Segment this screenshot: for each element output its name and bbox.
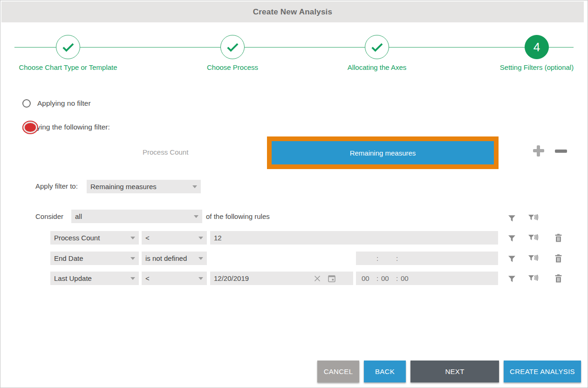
check-icon [224, 38, 241, 56]
filter-icon [508, 234, 516, 242]
close-icon [314, 275, 321, 282]
rule-match-value: all [75, 212, 82, 220]
time-separator: : [374, 254, 381, 262]
rule-3-operator-select[interactable]: < [142, 272, 207, 285]
consider-label: Consider [35, 212, 63, 220]
rule-2-operator-select[interactable]: is not defined [142, 252, 207, 265]
apply-all-filters-button[interactable] [508, 214, 516, 222]
step-3-label: Allocating the Axes [302, 63, 451, 71]
radio-no-filter-label: Applying no filter [37, 99, 91, 108]
create-analysis-dialog: Create New Analysis 4 Choose Chart Type … [0, 0, 588, 388]
apply-filter-to-label: Apply filter to: [35, 182, 78, 190]
radio-unselected-icon[interactable] [22, 99, 31, 108]
filter-clear-icon [528, 254, 539, 263]
radio-selected-icon[interactable] [22, 121, 38, 134]
step-2-label: Choose Process [158, 63, 307, 71]
dialog-titlebar: Create New Analysis [1, 1, 584, 22]
chevron-down-icon [130, 257, 135, 260]
filter-icon [508, 214, 516, 222]
step-1-indicator [56, 35, 80, 59]
rule-2-field-value: End Date [54, 254, 83, 262]
step-1-label: Choose Chart Type or Template [0, 63, 143, 71]
rule-2-delete-button[interactable] [554, 254, 562, 263]
filter-clear-icon [528, 274, 539, 283]
rule-2-operator-value: is not defined [145, 254, 187, 262]
trash-icon [554, 233, 562, 242]
time-separator: : [374, 274, 381, 282]
check-icon [59, 38, 77, 56]
rule-3-clear-filter-button[interactable] [528, 274, 539, 283]
chevron-down-icon [130, 237, 135, 239]
filter-clear-icon [528, 233, 539, 243]
back-button[interactable]: BACK [364, 361, 406, 382]
rule-3-field-value: Last Update [54, 274, 92, 282]
filter-icon [508, 275, 516, 283]
time-hours: 00 [362, 274, 374, 282]
rule-1-apply-filter-button[interactable] [508, 234, 516, 242]
apply-filter-to-select[interactable]: Remaining measures [87, 180, 201, 193]
open-calendar-button[interactable] [328, 274, 336, 283]
chevron-down-icon [198, 277, 203, 280]
time-minutes: 00 [381, 274, 393, 282]
rule-3-delete-button[interactable] [554, 274, 562, 283]
chevron-down-icon [194, 215, 198, 218]
remove-filter-tab-button[interactable] [555, 150, 567, 153]
chevron-down-icon [198, 257, 203, 260]
next-button[interactable]: NEXT [410, 361, 499, 382]
time-seconds: 00 [401, 274, 413, 282]
rule-3-field-select[interactable]: Last Update [50, 272, 139, 285]
rule-1-delete-button[interactable] [554, 233, 562, 242]
check-icon [368, 38, 386, 56]
tab-process-count[interactable]: Process Count [143, 148, 188, 156]
rule-3-operator-value: < [145, 274, 150, 282]
clear-date-button[interactable] [314, 275, 321, 282]
radio-option-no-filter[interactable]: Applying no filter [22, 99, 91, 108]
rule-1-field-select[interactable]: Process Count [50, 231, 139, 245]
trash-icon [554, 274, 562, 283]
time-separator: : [393, 254, 401, 262]
rule-2-field-select[interactable]: End Date [50, 252, 139, 265]
rule-3-apply-filter-button[interactable] [508, 275, 516, 283]
cancel-button[interactable]: CANCEL [317, 361, 359, 382]
filter-clear-icon [528, 213, 539, 223]
step-4-indicator: 4 [525, 35, 549, 59]
rule-3-time-field[interactable]: 00 : 00 : 00 [356, 272, 498, 285]
rule-2-apply-filter-button[interactable] [508, 255, 516, 263]
chevron-down-icon [192, 185, 197, 188]
trash-icon [554, 254, 562, 263]
rule-1-value-text: 12 [214, 234, 222, 242]
step-4-label: Setting Filters (optional) [462, 63, 588, 71]
step-2-indicator [220, 35, 245, 59]
rule-1-operator-select[interactable]: < [142, 231, 207, 245]
rule-3-date-value: 12/20/2019 [214, 274, 249, 282]
time-separator: : [393, 274, 401, 282]
chevron-down-icon [198, 237, 203, 239]
consider-suffix-label: of the following rules [206, 212, 270, 220]
clear-all-filters-button[interactable] [528, 213, 539, 223]
highlight-box: Remaining measures [267, 136, 499, 169]
tab-remaining-measures[interactable]: Remaining measures [272, 141, 494, 164]
rule-1-operator-value: < [145, 234, 150, 242]
add-filter-tab-button[interactable] [532, 144, 545, 157]
rule-1-value-input[interactable]: 12 [210, 231, 498, 245]
step-4-number: 4 [533, 40, 540, 54]
chevron-down-icon [130, 277, 135, 280]
step-3-indicator [365, 35, 389, 59]
apply-filter-to-value: Remaining measures [90, 183, 157, 191]
create-analysis-button[interactable]: CREATE ANALYSIS [504, 361, 581, 382]
dialog-title: Create New Analysis [253, 7, 332, 17]
rule-match-select[interactable]: all [71, 210, 202, 223]
rule-1-clear-filter-button[interactable] [528, 233, 539, 243]
rule-2-time-field[interactable]: : : [356, 252, 498, 265]
stepper-line [14, 47, 574, 48]
rule-2-clear-filter-button[interactable] [528, 254, 539, 263]
rule-1-field-value: Process Count [54, 234, 100, 242]
filter-icon [508, 255, 516, 263]
calendar-icon [328, 274, 336, 283]
radio-option-following-filter[interactable]: Applying the following filter: [22, 123, 110, 132]
